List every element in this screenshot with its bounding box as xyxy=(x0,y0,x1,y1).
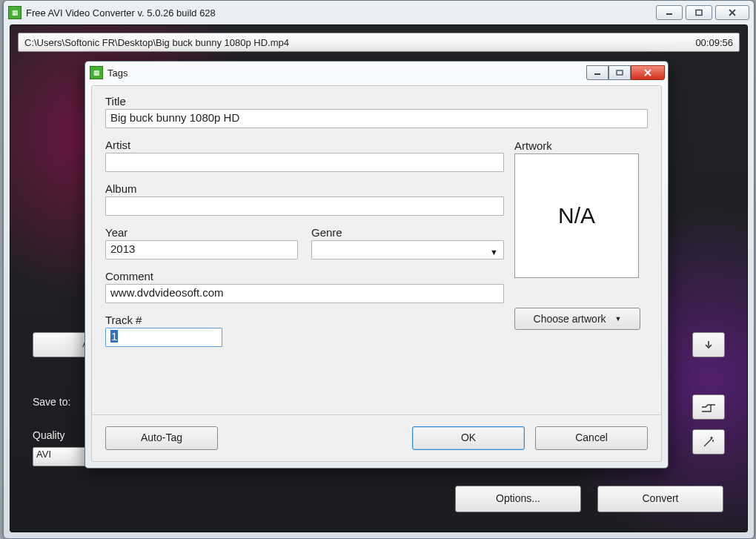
browse-folder-button[interactable] xyxy=(692,394,725,420)
album-label: Album xyxy=(105,182,504,195)
tags-dialog-titlebar[interactable]: ▦ Tags xyxy=(85,62,668,82)
wand-icon xyxy=(702,435,715,449)
main-titlebar[interactable]: ▦ Free AVI Video Converter v. 5.0.26 bui… xyxy=(4,1,754,23)
comment-value: www.dvdvideosoft.com xyxy=(110,286,224,299)
dialog-minimize-button[interactable] xyxy=(586,65,609,80)
comment-label: Comment xyxy=(105,270,504,282)
maximize-icon xyxy=(616,70,623,76)
cancel-button[interactable]: Cancel xyxy=(535,426,648,450)
artist-input[interactable] xyxy=(105,153,504,172)
artwork-label: Artwork xyxy=(514,139,648,152)
maximize-icon xyxy=(694,9,703,16)
year-label: Year xyxy=(105,226,298,239)
artwork-preview: N/A xyxy=(514,153,639,278)
artist-label: Artist xyxy=(105,139,504,151)
filepath-bar[interactable]: C:\Users\Softonic FR\Desktop\Big buck bu… xyxy=(18,33,740,52)
svg-rect-1 xyxy=(696,10,702,16)
auto-tag-label: Auto-Tag xyxy=(141,431,182,443)
comment-input[interactable]: www.dvdvideosoft.com xyxy=(105,284,504,303)
convert-button-label: Convert xyxy=(642,492,678,504)
quality-value: AVI xyxy=(36,449,51,460)
choose-artwork-button[interactable]: Choose artwork ▼ xyxy=(514,308,640,330)
dialog-maximize-button[interactable] xyxy=(609,65,631,80)
close-icon xyxy=(727,9,737,16)
track-label: Track # xyxy=(105,314,222,326)
ok-button[interactable]: OK xyxy=(412,426,525,450)
close-button[interactable] xyxy=(715,5,749,20)
choose-artwork-label: Choose artwork xyxy=(534,313,606,325)
app-title: Free AVI Video Converter v. 5.0.26 build… xyxy=(26,7,656,19)
tags-dialog-icon: ▦ xyxy=(90,66,103,79)
filepath-text: C:\Users\Softonic FR\Desktop\Big buck bu… xyxy=(24,37,695,48)
save-to-label: Save to: xyxy=(33,396,70,408)
minimize-button[interactable] xyxy=(656,5,683,20)
dialog-close-button[interactable] xyxy=(631,65,665,80)
convert-button[interactable]: Convert xyxy=(597,486,723,512)
move-down-button[interactable] xyxy=(692,332,725,357)
chevron-down-icon: ▼ xyxy=(615,315,622,323)
quality-label: Quality xyxy=(33,429,65,441)
year-input[interactable]: 2013 xyxy=(105,240,298,259)
track-input[interactable]: 1 xyxy=(105,328,222,347)
artwork-placeholder: N/A xyxy=(558,203,595,228)
title-value: Big buck bunny 1080p HD xyxy=(110,111,239,124)
svg-rect-5 xyxy=(617,70,623,75)
minimize-icon xyxy=(594,70,601,76)
ok-label: OK xyxy=(461,431,476,443)
album-input[interactable] xyxy=(105,196,504,216)
tags-dialog-footer: Auto-Tag OK Cancel xyxy=(92,414,661,461)
tags-dialog-title: Tags xyxy=(107,67,586,79)
minimize-icon xyxy=(665,9,674,16)
title-label: Title xyxy=(105,95,504,108)
app-icon: ▦ xyxy=(8,6,21,19)
duration-text: 00:09:56 xyxy=(695,37,733,48)
genre-combobox[interactable] xyxy=(311,240,504,259)
settings-wand-button[interactable] xyxy=(692,429,725,454)
options-button[interactable]: Options... xyxy=(455,486,581,512)
auto-tag-button[interactable]: Auto-Tag xyxy=(105,426,218,450)
year-value: 2013 xyxy=(110,242,135,255)
tags-dialog-body: Title Big buck bunny 1080p HD Artist Alb… xyxy=(91,85,662,462)
tags-dialog: ▦ Tags Title Big buck bunny 1080p HD xyxy=(84,61,669,469)
arrow-down-icon xyxy=(703,339,714,351)
maximize-button[interactable] xyxy=(686,5,712,20)
options-button-label: Options... xyxy=(496,492,540,504)
folder-open-icon xyxy=(701,402,716,412)
title-input[interactable]: Big buck bunny 1080p HD xyxy=(105,109,648,128)
cancel-label: Cancel xyxy=(575,431,608,443)
close-icon xyxy=(643,69,653,76)
genre-label: Genre xyxy=(311,226,504,239)
track-value: 1 xyxy=(110,330,118,343)
